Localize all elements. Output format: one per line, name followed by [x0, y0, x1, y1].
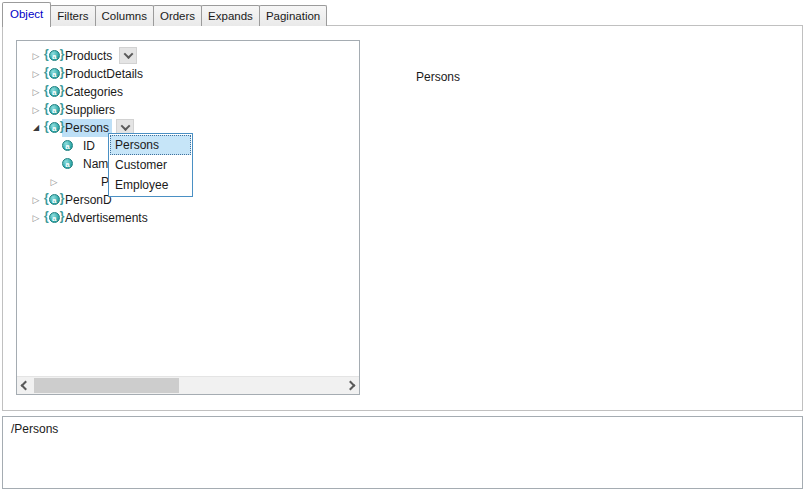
- tree-item-label: ProductDetails: [62, 65, 146, 83]
- tree-item-label: ID: [80, 137, 98, 155]
- dropdown-chevron-icon[interactable]: [119, 47, 137, 64]
- entity-icon: {a}: [44, 121, 64, 135]
- scroll-right-arrow-icon[interactable]: [342, 377, 359, 394]
- dropdown-item-employee[interactable]: Employee: [110, 175, 191, 195]
- h-scrollbar[interactable]: [17, 376, 359, 394]
- collapse-expander-icon[interactable]: ◢: [31, 119, 41, 137]
- property-icon: a: [62, 139, 73, 153]
- entity-icon: {a}: [44, 211, 64, 225]
- entity-icon: {a}: [44, 85, 64, 99]
- tree-item-label: Products: [62, 47, 115, 65]
- expand-expander-icon[interactable]: ▷: [31, 83, 41, 101]
- tree-item-label: Persons: [62, 119, 112, 137]
- entity-icon: {a}: [44, 193, 64, 207]
- tree-item-label: PersonD: [62, 191, 115, 209]
- tree-item-categories[interactable]: ▷{a}Categories: [17, 83, 359, 101]
- tab-expands[interactable]: Expands: [201, 5, 260, 26]
- query-expression-input[interactable]: [2, 416, 803, 489]
- property-icon: a: [62, 157, 73, 171]
- tab-object[interactable]: Object: [2, 2, 51, 27]
- tree-item-suppliers[interactable]: ▷{a}Suppliers: [17, 101, 359, 119]
- entity-icon: {a}: [44, 67, 64, 81]
- expand-expander-icon[interactable]: ▷: [31, 101, 41, 119]
- entity-icon: {a}: [44, 49, 64, 63]
- expand-expander-icon[interactable]: ▷: [31, 191, 41, 209]
- h-scroll-thumb[interactable]: [34, 378, 179, 393]
- dropdown-item-customer[interactable]: Customer: [110, 155, 191, 175]
- tab-strip: ObjectFiltersColumnsOrdersExpandsPaginat…: [2, 2, 326, 26]
- tree-item-label: Advertisements: [62, 209, 151, 227]
- tree-item-label: Categories: [62, 83, 126, 101]
- tab-pagination[interactable]: Pagination: [259, 5, 327, 26]
- entity-icon: {a}: [44, 103, 64, 117]
- tree-item-productdetails[interactable]: ▷{a}ProductDetails: [17, 65, 359, 83]
- scroll-left-arrow-icon[interactable]: [17, 377, 34, 394]
- expand-expander-icon[interactable]: ▷: [49, 173, 59, 191]
- tree-item-products[interactable]: ▷{a}Products: [17, 47, 359, 65]
- persons-group-label: Persons: [412, 70, 464, 84]
- expand-expander-icon[interactable]: ▷: [31, 65, 41, 83]
- entityset-dropdown[interactable]: PersonsCustomerEmployee: [108, 133, 193, 197]
- dropdown-item-persons[interactable]: Persons: [110, 135, 191, 155]
- expand-expander-icon[interactable]: ▷: [31, 47, 41, 65]
- tab-orders[interactable]: Orders: [153, 5, 202, 26]
- tab-columns[interactable]: Columns: [95, 5, 154, 26]
- tree-item-label: Suppliers: [62, 101, 118, 119]
- object-explorer-panel: ▷{a}Products▷{a}ProductDetails▷{a}Catego…: [16, 40, 360, 395]
- tab-filters[interactable]: Filters: [50, 5, 95, 26]
- expand-expander-icon[interactable]: ▷: [31, 209, 41, 227]
- tree-item-advertisements[interactable]: ▷{a}Advertisements: [17, 209, 359, 227]
